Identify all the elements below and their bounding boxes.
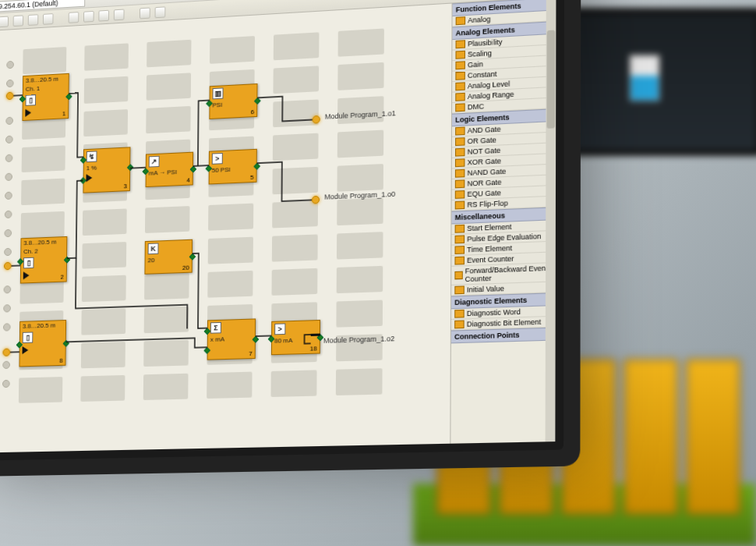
block-channel-1[interactable]: 3.8…20.5 m Ch. 1 ▯ 1 <box>22 73 69 121</box>
palette-item-label: Constant <box>468 70 497 80</box>
palette-item-label: Scaling <box>468 49 492 58</box>
grid-slot <box>19 377 63 403</box>
palette-item-icon <box>455 225 465 233</box>
play-icon <box>22 346 28 354</box>
io-dot-inactive[interactable] <box>4 229 12 237</box>
block-channel-2[interactable]: 3.8…20.5 m Ch. 2 ▯ 2 <box>20 236 68 284</box>
block-constant-20[interactable]: K 20 20 <box>144 239 193 275</box>
io-dot-a2i0[interactable] <box>6 92 14 100</box>
play-icon <box>23 271 30 279</box>
scrollbar-thumb[interactable] <box>546 30 555 128</box>
grid-slot <box>273 133 319 161</box>
grid-slot <box>81 342 125 368</box>
compile-button[interactable] <box>69 12 79 23</box>
palette-item-label: OR Gate <box>468 136 496 145</box>
palette-scrollbar[interactable] <box>546 0 556 441</box>
palette-item-icon <box>454 320 465 328</box>
palette-item-icon <box>455 61 465 69</box>
grid-slot <box>23 47 66 74</box>
stop-button[interactable] <box>114 9 125 20</box>
palette-item-label: Initial Value <box>467 285 504 294</box>
palette-section-header[interactable]: Connection Points <box>451 328 556 344</box>
io-dot-inactive[interactable] <box>2 361 10 369</box>
arrow-icon: ↗ <box>149 156 160 168</box>
palette-item-icon <box>454 257 465 265</box>
block-scale-mA-PSI[interactable]: ↗ mA → PSI 4 <box>146 152 194 187</box>
function-block-canvas[interactable]: a2.i0 a2.i1 a2.i2 Module Program_1.o1 Mo… <box>0 4 452 453</box>
io-dot-inactive[interactable] <box>5 173 12 181</box>
grid-slot <box>273 99 319 127</box>
grid-slot <box>337 62 383 90</box>
palette-item-label: Event Counter <box>467 254 514 264</box>
grid-slot <box>272 200 318 228</box>
io-dot-out0[interactable] <box>312 196 320 204</box>
grid-slot <box>144 307 189 334</box>
grid-slot <box>83 208 127 236</box>
download-button[interactable] <box>83 10 94 22</box>
gt-icon: > <box>274 323 285 335</box>
palette-item-label: Diagnostic Bit Element <box>467 317 541 328</box>
palette-item-label: Analog Range <box>468 90 514 101</box>
grid-slot <box>272 234 318 261</box>
element-palette[interactable]: Function Elements Analog Analog Elements… <box>450 0 556 444</box>
palette-item-icon <box>456 16 465 25</box>
chart-icon: ▥ <box>213 87 224 99</box>
io-dot-inactive[interactable] <box>6 80 14 87</box>
block-display-psi[interactable]: ▥ PSI 6 <box>209 83 257 119</box>
cut-button[interactable] <box>13 15 24 27</box>
grid-slot <box>208 204 253 231</box>
palette-item-label: AND Gate <box>468 125 501 134</box>
palette-item-label: NOR Gate <box>467 178 501 187</box>
grid-slot <box>273 66 319 94</box>
io-dot-inactive[interactable] <box>6 61 14 69</box>
io-dot-inactive[interactable] <box>5 117 13 125</box>
zigzag-icon: ↯ <box>87 151 97 162</box>
grid-slot <box>143 340 189 367</box>
io-dot-a2i2[interactable] <box>2 349 10 356</box>
io-dot-inactive[interactable] <box>4 248 12 256</box>
io-dot-inactive[interactable] <box>2 380 10 388</box>
io-dot-inactive[interactable] <box>5 211 12 218</box>
zoom-in-button[interactable] <box>140 7 150 19</box>
laptop-frame: | <box>0 0 564 461</box>
palette-item-label: Plausibility <box>468 38 502 48</box>
io-dot-inactive[interactable] <box>5 154 13 162</box>
block-compare-50psi[interactable]: > 50 PSI 5 <box>209 149 257 185</box>
block-percent-1[interactable]: ↯ 1 % 3 <box>83 147 130 193</box>
grid-slot <box>81 308 125 335</box>
block-compare-80mA[interactable]: > 80 mA 18 <box>271 320 320 355</box>
palette-item-label: Forward/Backward Event Counter <box>465 264 553 283</box>
paste-button[interactable] <box>43 13 54 25</box>
grid-slot <box>337 198 383 226</box>
io-dot-inactive[interactable] <box>4 285 12 293</box>
block-sum-mA[interactable]: Σ x mA 7 <box>207 318 256 360</box>
block-label: 50 PSI <box>210 164 256 175</box>
play-icon <box>25 108 31 116</box>
io-dot-out1[interactable] <box>313 115 320 124</box>
io-dot-inactive[interactable] <box>5 136 13 144</box>
io-dot-a2i1[interactable] <box>4 262 12 270</box>
palette-item-icon <box>455 93 465 101</box>
palette-item-icon <box>454 271 462 280</box>
palette-item-label: Diagnostic Word <box>467 308 521 318</box>
palette-item-icon <box>455 158 465 167</box>
grid-slot <box>143 374 189 400</box>
copy-button[interactable] <box>28 14 39 26</box>
block-channel-8[interactable]: 3.8…20.5 m ▯ 8 <box>19 320 66 367</box>
k-icon: K <box>148 243 159 254</box>
palette-item-icon <box>455 169 465 178</box>
door-icon: ▯ <box>26 94 37 106</box>
grid-slot <box>84 43 129 70</box>
palette-item-icon <box>455 190 465 199</box>
palette-item-icon <box>455 103 465 112</box>
io-dot-inactive[interactable] <box>3 304 11 312</box>
start-button[interactable] <box>98 9 109 21</box>
palette-item-icon <box>454 310 465 318</box>
zoom-out-button[interactable] <box>155 6 166 18</box>
io-dot-inactive[interactable] <box>3 323 11 331</box>
grid-slot <box>274 32 320 60</box>
redo-button[interactable] <box>0 16 9 27</box>
grid-slot <box>336 368 383 395</box>
grid-slot <box>21 211 65 238</box>
io-dot-inactive[interactable] <box>5 192 12 200</box>
